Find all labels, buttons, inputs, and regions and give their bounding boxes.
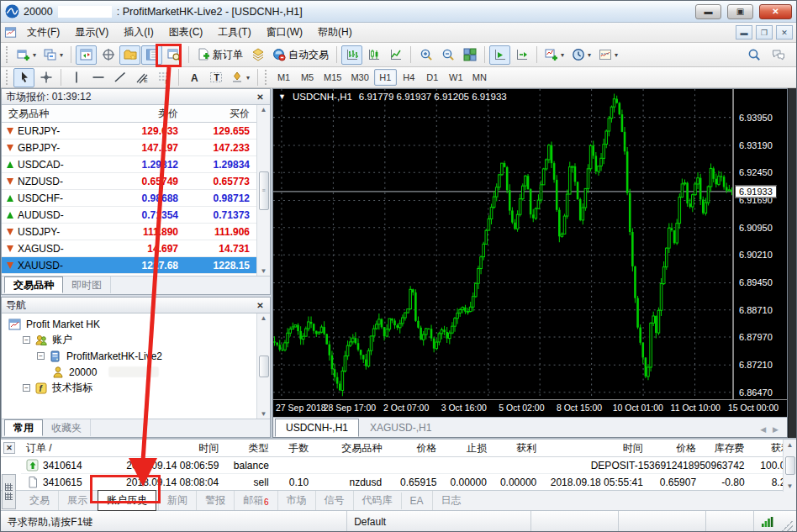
child-close-button[interactable]: ✕ [776,25,793,40]
market-watch-header[interactable]: 交易品种 卖价 买价 [2,105,256,123]
chart-window-icon[interactable] [4,26,18,39]
trendline-button[interactable] [109,68,130,87]
column-ask[interactable]: 买价 [185,107,256,121]
periods-button[interactable]: ▾ [568,45,594,65]
market-watch-close-icon[interactable]: ✕ [255,92,266,103]
zoom-in-button[interactable] [415,45,436,65]
menu-item-6[interactable]: 帮助(H) [310,23,360,42]
terminal-tab-邮箱[interactable]: 邮箱6 [234,491,277,510]
market-watch-scrollbar[interactable]: ▲≡▼ [256,105,270,276]
data-window-button[interactable] [98,45,119,65]
navigator-scrollbar[interactable]: ▲▼ [256,313,270,419]
timeframe-d1[interactable]: D1 [421,69,444,86]
terminal-tab-账户历史[interactable]: 账户历史 [98,490,156,511]
child-minimize-button[interactable]: ▬ [736,25,752,40]
chart-tabs-scroll-right-icon[interactable]: ▶ [773,425,779,434]
equidistant-channel-button[interactable]: E [131,68,152,87]
templates-dropdown-icon[interactable]: ▾ [615,51,618,59]
navigator-item-0[interactable]: Profit Market HK [2,316,256,332]
menu-item-0[interactable]: 文件(F) [19,23,67,42]
market-watch-row-eurjpy[interactable]: EURJPY-129.633129.655 [2,123,256,140]
vertical-line-button[interactable] [66,68,87,87]
terminal-tab-信号[interactable]: 信号 [315,491,353,510]
market-watch-tab-即时图[interactable]: 即时图 [63,277,111,293]
auto-scroll-button[interactable] [489,45,510,65]
navigator-item-2[interactable]: −ProfitMarketHK-Live2 [2,348,256,364]
history-row-trade[interactable]: 34106152018.09.14 08:08:04sell0.10nzdusd… [21,474,796,490]
price-axis[interactable]: 6.939506.931906.924506.916906.909506.902… [733,89,787,399]
new-order-button[interactable]: 新订单 [193,45,246,65]
terminal-tab-展示[interactable]: 展示 [58,491,96,510]
terminal-header[interactable]: 订单 /时间类型手数交易品种价格止损获利时间价格库存费获利 [1,440,796,457]
column-bid[interactable]: 卖价 [101,107,185,121]
terminal-column-4[interactable]: 交易品种 [314,441,387,456]
templates-button[interactable]: ▾ [595,45,621,65]
time-axis[interactable]: 27 Sep 201828 Sep 17:002 Oct 07:003 Oct … [273,399,787,417]
terminal-column-9[interactable]: 价格 [648,441,701,456]
timeframe-m5[interactable]: M5 [296,69,319,86]
navigator-button[interactable] [119,45,140,65]
terminal-button[interactable] [141,45,162,65]
resize-grip[interactable] [781,520,793,532]
column-symbol[interactable]: 交易品种 [2,107,101,121]
market-watch-row-gbpjpy[interactable]: GBPJPY-147.197147.233 [2,140,256,156]
terminal-tab-市场[interactable]: 市场 [277,491,315,510]
history-row-balance[interactable]: 34106142018.09.14 08:06:59balanceDEPOSIT… [21,457,796,474]
periods-dropdown-icon[interactable]: ▾ [588,51,591,59]
cursor-button[interactable] [13,68,34,87]
tree-collapse-icon[interactable]: − [23,384,30,392]
navigator-tab-收藏夹[interactable]: 收藏夹 [43,419,91,436]
timeframe-m1[interactable]: M1 [272,69,295,86]
chart-line-button[interactable] [385,45,406,65]
navigator-item-1[interactable]: −账户 [2,332,256,348]
close-button[interactable]: ✕ [759,4,792,19]
terminal-tab-新闻[interactable]: 新闻 [158,491,196,510]
chat-button[interactable] [768,45,789,65]
terminal-column-0[interactable]: 订单 / [21,441,118,456]
tree-collapse-icon[interactable]: − [23,336,30,344]
new-chart-dropdown-icon[interactable]: ▾ [33,51,36,59]
terminal-column-6[interactable]: 止损 [442,441,492,456]
text-label-button[interactable]: T [205,68,226,87]
arrows-dropdown-icon[interactable]: ▾ [246,74,250,82]
fibonacci-button[interactable]: F [153,68,174,87]
market-watch-row-xagusd[interactable]: XAGUSD-14.69714.731 [2,240,256,257]
menu-item-5[interactable]: 窗口(W) [259,23,310,42]
terminal-column-7[interactable]: 获利 [492,441,541,456]
indicators-button[interactable]: ▾ [541,45,567,65]
market-watch-row-nzdusd[interactable]: NZDUSD-0.657490.65773 [2,173,256,190]
navigator-item-3[interactable]: 20000 [2,364,256,380]
child-restore-button[interactable]: ❐ [756,25,773,40]
status-profile[interactable]: Default [347,511,531,532]
market-watch-row-usdchf[interactable]: USDCHF-0.986880.98712 [2,190,256,207]
terminal-tab-日志[interactable]: 日志 [432,491,470,510]
chart-tabs-scroll-left-icon[interactable]: ◀ [760,425,766,434]
strategy-tester-button[interactable] [163,45,184,65]
menu-item-3[interactable]: 图表(C) [161,23,211,42]
horizontal-line-button[interactable] [87,68,108,87]
menu-item-2[interactable]: 插入(I) [116,23,161,42]
navigator-item-4[interactable]: −f技术指标 [2,380,256,396]
chart-tab-usdcnh-h1[interactable]: USDCNH-,H1 [275,419,359,437]
search-button[interactable] [743,45,764,65]
timeframe-h4[interactable]: H4 [398,69,420,86]
menu-item-4[interactable]: 工具(T) [210,23,258,42]
terminal-close-icon[interactable]: ✕ [3,442,15,454]
market-watch-row-audusd[interactable]: AUDUSD-0.713540.71373 [2,207,256,224]
timeframe-h1[interactable]: H1 [374,69,397,86]
market-watch-button[interactable] [76,45,97,65]
toolbar-grip3[interactable] [265,70,269,85]
navigator-close-icon[interactable]: ✕ [255,300,266,311]
text-button[interactable]: A [183,68,204,87]
crosshair-button[interactable] [35,68,56,87]
profiles-dropdown-icon[interactable]: ▾ [60,51,63,59]
chart-shift-button[interactable] [511,45,532,65]
toolbar-grip[interactable] [6,46,10,64]
indicators-dropdown-icon[interactable]: ▾ [561,51,564,59]
chart-tab-xagusd-h1[interactable]: XAGUSD-,H1 [359,419,442,437]
zoom-out-button[interactable] [437,45,458,65]
market-watch-tab-交易品种[interactable]: 交易品种 [4,277,63,293]
terminal-tab-交易[interactable]: 交易 [21,491,58,510]
new-chart-button[interactable]: ▾ [13,45,40,65]
arrows-button[interactable]: ▾ [227,68,253,87]
